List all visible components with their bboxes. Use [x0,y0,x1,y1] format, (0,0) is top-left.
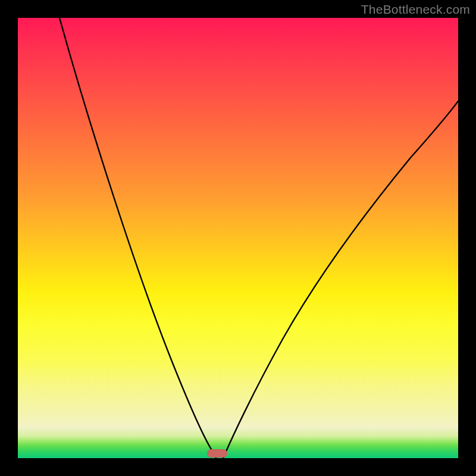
chart-frame: TheBottleneck.com [0,0,476,476]
bottleneck-marker [207,449,227,458]
watermark-text: TheBottleneck.com [361,2,470,17]
left-branch-curve [60,18,216,458]
curve-layer [18,18,458,458]
right-branch-curve [223,101,458,458]
plot-area [18,18,458,458]
